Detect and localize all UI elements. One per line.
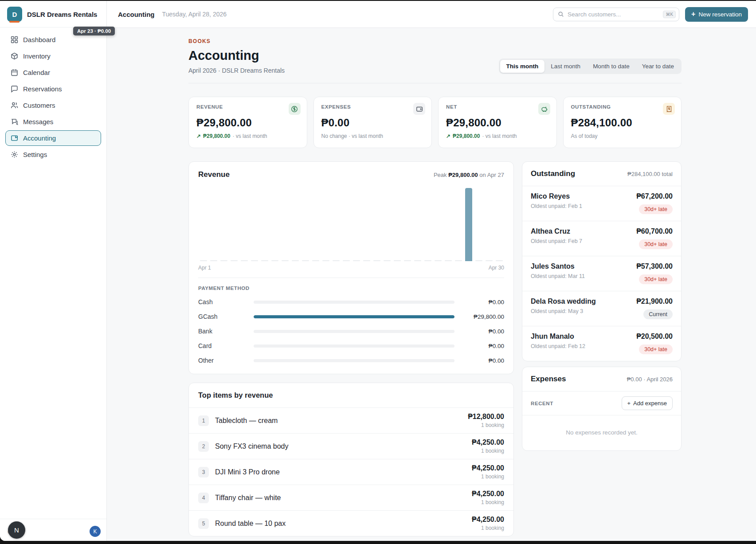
sidebar-item-reservations[interactable]: Reservations	[5, 81, 101, 97]
sidebar-item-accounting[interactable]: Accounting	[5, 130, 101, 146]
revenue-bar-zero	[435, 260, 442, 261]
outstanding-row[interactable]: Jules SantosOldest unpaid: Mar 11 ₱57,30…	[522, 256, 681, 291]
customer-name: Jules Santos	[531, 262, 585, 270]
item-name: Tiffany chair — white	[215, 494, 281, 502]
revenue-bar-zero	[404, 260, 411, 261]
revenue-bar-zero	[231, 260, 238, 261]
peak-prefix: Peak	[434, 172, 447, 178]
status-badge: 30d+ late	[639, 239, 673, 249]
page-header: BOOKS Accounting April 2026 · DSLR Dream…	[188, 38, 682, 83]
chart-day-column	[280, 188, 290, 261]
search-box: ⌘K	[553, 8, 679, 21]
sidebar-item-inventory[interactable]: Inventory	[5, 48, 101, 64]
sidebar-item-label: Reservations	[23, 85, 62, 93]
outstanding-row[interactable]: Mico ReyesOldest unpaid: Feb 1 ₱67,200.0…	[522, 186, 681, 221]
sidebar-item-label: Dashboard	[23, 36, 55, 43]
chart-day-column	[453, 188, 463, 261]
item-revenue: ₱4,250.00	[472, 464, 504, 472]
calendar-icon	[11, 69, 18, 76]
item-revenue: ₱12,800.00	[468, 413, 504, 421]
revenue-bar-zero	[424, 260, 431, 261]
stat-delta: ↗ ₱29,800.00 · vs last month	[446, 133, 549, 139]
plus-icon: +	[627, 400, 631, 407]
payment-value: ₱29,800.00	[454, 313, 504, 320]
stat-label: NET	[446, 104, 549, 110]
revenue-card: Revenue Peak ₱29,800.00 on Apr 27 Apr 1	[188, 161, 514, 374]
chart-day-column	[474, 188, 484, 261]
chart-day-column	[423, 188, 433, 261]
stat-delta-amount: ₱29,800.00	[453, 133, 480, 139]
stat-delta-note: · vs last month	[482, 133, 517, 139]
payment-method-section: PAYMENT METHOD Cash ₱0.00 GCash ₱29,800	[189, 278, 513, 374]
tab-month-to-date[interactable]: Month to date	[587, 60, 636, 73]
chart-tooltip: Apr 23 · ₱0.00	[73, 27, 115, 35]
chart-day-column	[198, 188, 208, 261]
x-axis-start-label: Apr 1	[198, 265, 211, 271]
sidebar-item-customers[interactable]: Customers	[5, 98, 101, 113]
revenue-bar	[465, 188, 472, 261]
outstanding-row[interactable]: Althea CruzOldest unpaid: Feb 7 ₱60,700.…	[522, 221, 681, 256]
status-badge: Current	[643, 309, 673, 319]
item-bookings: 1 booking	[472, 448, 504, 454]
top-item-row[interactable]: 4 Tiffany chair — white ₱4,250.001 booki…	[189, 485, 513, 511]
rank-badge: 2	[198, 441, 209, 452]
chart-day-column	[463, 188, 474, 261]
stat-card-outstanding: OUTSTANDING ₱284,100.00 As of today	[563, 97, 682, 148]
payment-label: Cash	[198, 298, 254, 305]
tab-last-month[interactable]: Last month	[544, 60, 587, 73]
peak-value: ₱29,800.00	[448, 172, 478, 178]
tab-year-to-date[interactable]: Year to date	[636, 60, 680, 73]
plus-icon: +	[691, 11, 695, 18]
outstanding-total: ₱284,100.00 total	[627, 171, 673, 177]
revenue-bar-zero	[220, 260, 227, 261]
revenue-bar-zero	[353, 260, 360, 261]
top-item-row[interactable]: 2 Sony FX3 cinema body ₱4,250.001 bookin…	[189, 434, 513, 459]
sidebar-item-messages[interactable]: Messages	[5, 114, 101, 129]
top-item-row[interactable]: 5 Round table — 10 pax ₱4,250.001 bookin…	[189, 511, 513, 536]
top-item-row[interactable]: 3 DJI Mini 3 Pro drone ₱4,250.001 bookin…	[189, 459, 513, 485]
status-badge: 30d+ late	[639, 344, 673, 354]
trend-up-icon: ↗	[446, 133, 450, 139]
payment-bar-track	[254, 344, 454, 348]
payment-row-cash: Cash ₱0.00	[198, 298, 504, 305]
outstanding-row[interactable]: Jhun ManaloOldest unpaid: Feb 12 ₱20,500…	[522, 326, 681, 361]
package-icon	[11, 52, 18, 60]
revenue-chart-plot[interactable]	[198, 188, 504, 261]
revenue-bar-zero	[322, 260, 329, 261]
search-input[interactable]	[568, 11, 659, 18]
new-reservation-button[interactable]: + New reservation	[685, 7, 748, 22]
payment-label: Card	[198, 342, 254, 349]
outstanding-title: Outstanding	[531, 169, 575, 178]
trend-up-icon: ↗	[196, 133, 201, 139]
sidebar-item-label: Messages	[23, 118, 53, 125]
chart-day-column	[372, 188, 382, 261]
chart-day-column	[402, 188, 412, 261]
revenue-bar-zero	[475, 260, 482, 261]
top-item-row[interactable]: 1 Tablecloth — cream ₱12,800.001 booking	[189, 408, 513, 434]
stat-delta-note: · vs last month	[232, 133, 267, 139]
sidebar-item-label: Settings	[23, 151, 47, 158]
search-shortcut-badge: ⌘K	[663, 11, 676, 18]
topbar-date: Tuesday, April 28, 2026	[162, 11, 227, 18]
add-expense-button[interactable]: + Add expense	[622, 396, 673, 410]
revenue-bar-zero	[292, 260, 299, 261]
chart-day-column	[249, 188, 259, 261]
outstanding-row[interactable]: Dela Rosa weddingOldest unpaid: May 3 ₱2…	[522, 291, 681, 326]
x-axis-end-label: Apr 30	[489, 265, 504, 271]
payment-value: ₱0.00	[454, 343, 504, 349]
sidebar-item-settings[interactable]: Settings	[5, 147, 101, 162]
avatar-n[interactable]: N	[8, 521, 25, 539]
stat-value: ₱29,800.00	[446, 117, 549, 129]
revenue-bar-zero	[210, 260, 217, 261]
avatar-k[interactable]: K	[90, 526, 101, 537]
tab-this-month[interactable]: This month	[500, 60, 545, 73]
brand[interactable]: D DSLR Dreams Rentals	[0, 1, 106, 27]
top-items-title: Top items by revenue	[189, 383, 513, 408]
sidebar-item-calendar[interactable]: Calendar	[5, 65, 101, 80]
oldest-unpaid: Oldest unpaid: Feb 7	[531, 238, 582, 244]
chart-day-column	[443, 188, 453, 261]
payment-row-gcash: GCash ₱29,800.00	[198, 313, 504, 320]
outstanding-amount: ₱60,700.00	[636, 227, 673, 235]
avatar-k-initial: K	[93, 528, 97, 535]
gear-icon	[11, 151, 18, 158]
